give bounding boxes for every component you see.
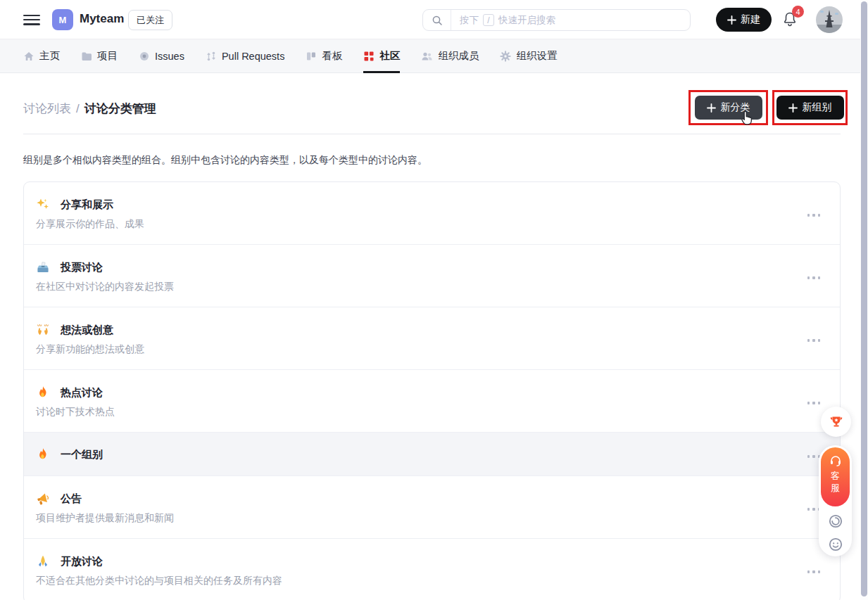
scrollbar-thumb[interactable] [861, 1, 867, 596]
new-category-button[interactable]: 新分类 [695, 96, 762, 120]
smiley-icon-button[interactable] [827, 536, 844, 553]
page-title: 讨论分类管理 [84, 101, 156, 117]
app-window: M Myteam 已关注 按下 / 快速开启搜索 新建 4 [0, 0, 868, 600]
smiley-icon [828, 537, 843, 552]
nav-tab-label: Issues [155, 51, 184, 62]
search-input[interactable]: 按下 / 快速开启搜索 [422, 9, 691, 31]
fire-emoji-icon [36, 447, 50, 461]
category-row-vote[interactable]: 投票讨论 在社区中对讨论的内容发起投票 [24, 245, 840, 307]
category-desc: 讨论时下技术热点 [36, 406, 840, 419]
trophy-icon [828, 414, 845, 430]
category-row-hot[interactable]: 热点讨论 讨论时下技术热点 [24, 370, 840, 433]
row-menu-button[interactable] [805, 336, 824, 345]
folder-icon [81, 51, 92, 62]
pull-request-icon [206, 51, 217, 62]
trophy-button[interactable] [821, 407, 851, 437]
members-icon [421, 51, 433, 62]
plus-icon [707, 103, 716, 113]
header-divider [23, 134, 841, 134]
nav-tab-issues[interactable]: Issues [139, 39, 184, 72]
org-avatar[interactable]: M [52, 9, 73, 30]
category-desc: 分享展示你的作品、成果 [36, 218, 840, 231]
plus-icon [788, 103, 798, 113]
swirl-icon [828, 513, 843, 529]
row-menu-button[interactable] [805, 274, 824, 282]
category-title: 热点讨论 [61, 386, 103, 400]
plus-icon [727, 15, 736, 25]
new-group-button[interactable]: 新组别 [776, 96, 844, 120]
breadcrumb: 讨论列表 / 讨论分类管理 [23, 101, 156, 117]
new-button[interactable]: 新建 [716, 8, 772, 32]
search-icon [423, 10, 451, 30]
slash-keycap: / [483, 14, 494, 26]
category-row-ideas[interactable]: 想法或创意 分享新功能的想法或创意 [24, 307, 840, 370]
breadcrumb-separator: / [76, 102, 80, 116]
nav-tab-members[interactable]: 组织成员 [421, 39, 479, 72]
praying-hands-emoji-icon [36, 554, 50, 568]
kanban-icon [306, 51, 317, 62]
nav-tab-community[interactable]: 社区 [363, 39, 400, 72]
issue-dot-icon [139, 51, 150, 62]
nav-tab-label: Pull Requests [222, 51, 284, 62]
category-list-card: 分享和展示 分享展示你的作品、成果 投票讨论 在社区中对讨论的内容发起投票 想法… [23, 181, 841, 600]
sparkles-emoji-icon [36, 198, 50, 212]
nav-tab-label: 组织成员 [438, 49, 479, 63]
row-menu-button[interactable] [805, 568, 824, 576]
breadcrumb-discussion-list-link[interactable]: 讨论列表 [23, 101, 71, 117]
category-desc: 不适合在其他分类中讨论的与项目相关的任务及所有内容 [36, 575, 840, 587]
group-title: 一个组别 [61, 448, 103, 461]
category-title: 分享和展示 [61, 198, 113, 212]
notifications-button[interactable]: 4 [781, 10, 803, 31]
category-title: 想法或创意 [61, 324, 113, 337]
follow-button[interactable]: 已关注 [128, 10, 172, 30]
ballot-box-emoji-icon [36, 260, 50, 274]
org-name[interactable]: Myteam [80, 12, 124, 26]
nav-tab-kanban[interactable]: 看板 [306, 39, 342, 72]
category-title: 投票讨论 [61, 261, 103, 274]
annotation-box-new-group: 新组别 [772, 90, 848, 125]
community-grid-icon [363, 51, 375, 62]
category-desc: 分享新功能的想法或创意 [36, 343, 840, 356]
category-desc: 项目维护者提供最新消息和新闻 [36, 512, 840, 525]
category-desc: 在社区中对讨论的内容发起投票 [36, 281, 840, 293]
raised-hands-emoji-icon [36, 323, 50, 337]
page-description: 组别是多个相似内容类型的组合。组别中包含讨论的内容类型，以及每个类型中的讨论内容… [23, 154, 427, 167]
nav-tab-label: 看板 [322, 49, 342, 63]
gear-icon [500, 51, 511, 62]
fire-emoji-icon [36, 385, 50, 400]
nav-tab-projects[interactable]: 项目 [81, 39, 118, 72]
nav-tab-label: 主页 [39, 49, 60, 63]
floating-toolbar: 客服 [819, 445, 852, 556]
group-row[interactable]: 一个组别 [24, 433, 840, 476]
nav-tab-home[interactable]: 主页 [23, 39, 60, 72]
notification-badge: 4 [792, 6, 804, 18]
hamburger-menu-icon[interactable] [23, 12, 40, 27]
nav-tab-label: 项目 [97, 49, 118, 63]
top-bar: M Myteam 已关注 按下 / 快速开启搜索 新建 4 [0, 0, 868, 39]
row-menu-button[interactable] [805, 211, 824, 219]
megaphone-emoji-icon [36, 492, 50, 506]
category-row-open-discussion[interactable]: 开放讨论 不适合在其他分类中讨论的与项目相关的任务及所有内容 [24, 539, 840, 600]
headset-icon [829, 454, 843, 468]
customer-service-label: 客服 [831, 470, 841, 494]
scrollbar [860, 0, 868, 600]
category-title: 公告 [61, 492, 82, 506]
search-placeholder: 按下 / 快速开启搜索 [451, 14, 555, 27]
org-nav-bar: 主页 项目 Issues Pull Requests 看板 社区 组织成员 组 [0, 39, 868, 73]
nav-tab-label: 社区 [379, 49, 400, 63]
category-title: 开放讨论 [61, 555, 103, 568]
nav-tab-label: 组织设置 [516, 49, 557, 63]
annotation-box-new-category: 新分类 [688, 90, 768, 125]
category-row-announcements[interactable]: 公告 项目维护者提供最新消息和新闻 [24, 476, 840, 539]
category-row-share[interactable]: 分享和展示 分享展示你的作品、成果 [24, 182, 840, 245]
nav-tab-pull-requests[interactable]: Pull Requests [206, 39, 284, 72]
swirl-icon-button[interactable] [827, 513, 844, 530]
row-menu-button[interactable] [805, 399, 824, 407]
nav-tab-settings[interactable]: 组织设置 [500, 39, 557, 72]
user-avatar[interactable] [816, 6, 843, 33]
customer-service-button[interactable]: 客服 [821, 447, 850, 506]
home-icon [23, 51, 34, 62]
